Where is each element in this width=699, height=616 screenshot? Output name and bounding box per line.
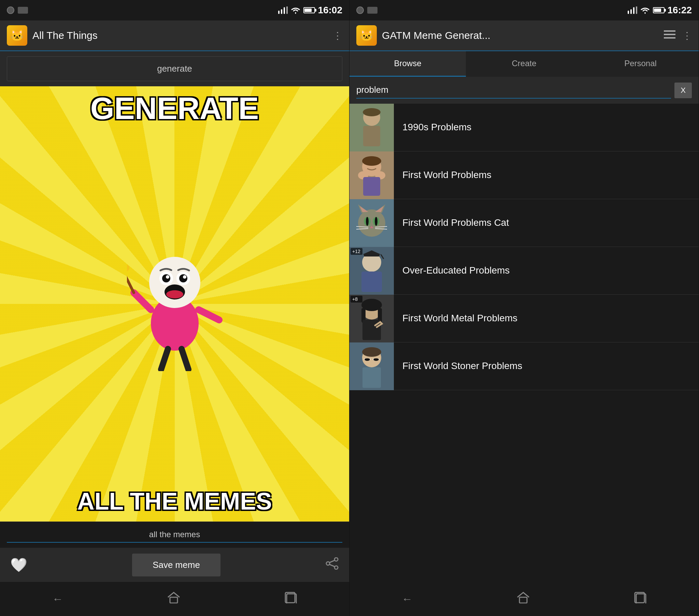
nav-bar-left: ←: [0, 582, 349, 616]
result-label-1990s: 1990s Problems: [394, 121, 480, 133]
meme-image-area: GENERATE: [0, 86, 349, 522]
result-thumb-1990s: [350, 104, 394, 151]
menu-dots-right[interactable]: ⋮: [682, 30, 692, 41]
meme-canvas: GENERATE: [0, 86, 349, 522]
tabs-bar: Browse Create Personal: [350, 51, 699, 77]
bottom-actions: 🤍 Save meme: [0, 548, 349, 582]
meme-character: [127, 241, 223, 371]
result-thumb-oed: +12: [350, 247, 394, 295]
save-meme-button[interactable]: Save meme: [132, 553, 221, 576]
status-right-info: 16:02: [278, 5, 342, 16]
wifi-icon-right: [640, 6, 650, 14]
recent-button-left[interactable]: [274, 587, 307, 611]
clear-search-button[interactable]: X: [674, 82, 692, 98]
header-icons-right: ⋮: [664, 30, 692, 41]
result-thumb-fwstoner: [350, 343, 394, 390]
notification-icon-right: [367, 7, 378, 14]
wifi-icon: [290, 6, 301, 14]
result-item-fwp[interactable]: First World Problems: [350, 151, 699, 199]
heart-icon[interactable]: 🤍: [10, 557, 27, 573]
signal-icon: [278, 6, 288, 14]
svg-point-54: [375, 217, 378, 226]
meme-top-text: GENERATE: [90, 93, 259, 124]
result-item-1990s[interactable]: 1990s Problems: [350, 104, 699, 151]
svg-line-15: [199, 310, 219, 320]
status-bar-left: 16:02: [0, 0, 349, 21]
app-header-right: 🐱 GATM Meme Generat... ⋮: [350, 21, 699, 51]
svg-rect-62: [361, 271, 382, 292]
app-icon-left: 🐱: [7, 25, 27, 46]
svg-point-78: [362, 347, 381, 357]
tab-browse[interactable]: Browse: [350, 51, 466, 77]
hamburger-icon[interactable]: [664, 30, 675, 41]
svg-point-81: [365, 358, 370, 361]
result-label-fwstoner: First World Stoner Problems: [394, 360, 531, 372]
svg-line-23: [330, 560, 334, 562]
status-dot: [7, 6, 14, 14]
svg-rect-37: [363, 126, 380, 146]
tab-create[interactable]: Create: [466, 51, 582, 77]
result-label-fwpcat: First World Problems Cat: [394, 217, 517, 229]
result-item-fwpcat[interactable]: First World Problems Cat: [350, 199, 699, 247]
home-button-right[interactable]: [506, 587, 540, 611]
character-svg: [127, 241, 223, 371]
thumb-svg-fwp: [350, 151, 394, 199]
nav-bar-right: ←: [350, 582, 699, 616]
app-title-right: GATM Meme Generat...: [382, 30, 659, 41]
meme-bottom-text: ALL THE MEMES: [77, 488, 272, 515]
right-phone: 16:22 🐱 GATM Meme Generat... ⋮ Browse Cr…: [350, 0, 699, 616]
svg-line-18: [161, 349, 168, 370]
share-icon[interactable]: [325, 557, 339, 573]
search-input[interactable]: [356, 82, 671, 98]
svg-point-41: [362, 156, 381, 166]
svg-point-20: [334, 558, 338, 561]
caption-input[interactable]: [7, 527, 342, 543]
thumb-svg-fwpcat: [350, 199, 394, 247]
svg-point-5: [149, 257, 200, 308]
svg-point-11: [183, 275, 186, 279]
caption-area: [0, 522, 349, 548]
svg-point-21: [334, 566, 338, 569]
tab-browse-label: Browse: [394, 59, 421, 68]
svg-line-24: [330, 564, 334, 566]
generate-button-container: generate: [0, 51, 349, 86]
result-label-oed: Over-Educated Problems: [394, 264, 518, 277]
left-phone: 16:02 🐱 All The Things ⋮ generate GENERA…: [0, 0, 350, 616]
svg-text:+12: +12: [352, 249, 360, 254]
svg-line-19: [182, 349, 188, 370]
svg-point-22: [326, 562, 330, 565]
thumb-svg-1990s: [350, 104, 394, 151]
svg-point-46: [358, 210, 385, 237]
app-icon-right: 🐱: [356, 25, 377, 46]
svg-point-17: [127, 263, 131, 274]
app-header-left: 🐱 All The Things ⋮: [0, 21, 349, 51]
result-thumb-fwp: [350, 151, 394, 199]
time-display: 16:02: [318, 5, 342, 16]
menu-dots-left[interactable]: ⋮: [333, 30, 342, 41]
time-display-right: 16:22: [667, 5, 692, 16]
result-label-fwmetal: First World Metal Problems: [394, 312, 526, 324]
svg-point-38: [363, 108, 381, 116]
result-label-fwp: First World Problems: [394, 169, 500, 181]
search-results: 1990s Problems First Worl: [350, 104, 699, 582]
recent-button-right[interactable]: [624, 587, 657, 611]
home-button-left[interactable]: [157, 587, 190, 611]
status-dot-right: [356, 6, 364, 14]
svg-point-9: [179, 274, 187, 282]
svg-rect-44: [363, 177, 380, 196]
result-item-fwstoner[interactable]: First World Stoner Problems: [350, 343, 699, 390]
svg-rect-84: [519, 597, 527, 603]
thumb-svg-oed: +12: [350, 247, 394, 295]
status-right-info-right: 16:22: [628, 5, 692, 16]
svg-rect-83: [362, 367, 381, 388]
generate-button[interactable]: generate: [7, 56, 342, 81]
result-thumb-fwpcat: [350, 199, 394, 247]
result-item-oed[interactable]: +12 Over-Educated Problems: [350, 247, 699, 295]
tab-personal[interactable]: Personal: [582, 51, 699, 77]
thumb-svg-fwmetal: +8: [350, 295, 394, 343]
svg-point-13: [166, 290, 183, 298]
svg-line-16: [127, 272, 134, 293]
result-item-fwmetal[interactable]: +8 First World Metal Problems: [350, 295, 699, 343]
back-button-right[interactable]: ←: [392, 588, 423, 611]
back-button-left[interactable]: ←: [42, 588, 74, 611]
